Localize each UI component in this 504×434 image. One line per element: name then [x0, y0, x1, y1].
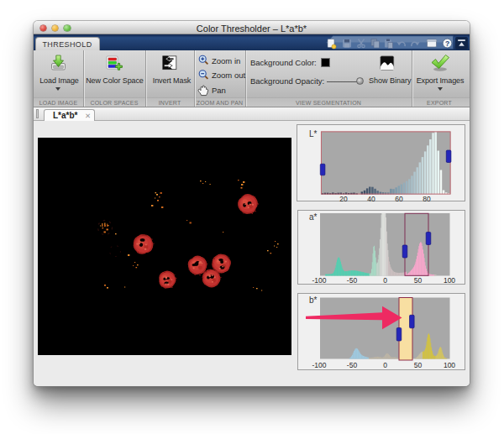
svg-text:a*: a* — [309, 212, 318, 222]
svg-text:50: 50 — [414, 360, 423, 369]
svg-text:b*: b* — [309, 295, 318, 304]
svg-text:100: 100 — [444, 360, 455, 369]
svg-text:-50: -50 — [347, 276, 358, 285]
svg-text:L*: L* — [309, 129, 318, 139]
svg-text:80: 80 — [423, 195, 431, 201]
svg-text:0: 0 — [383, 360, 387, 369]
svg-text:-50: -50 — [347, 360, 358, 369]
svg-text:50: 50 — [414, 276, 423, 285]
svg-text:-100: -100 — [312, 276, 326, 285]
svg-text:-100: -100 — [312, 360, 326, 369]
svg-text:60: 60 — [395, 195, 403, 201]
svg-text:0: 0 — [383, 276, 387, 285]
svg-text:40: 40 — [367, 195, 375, 201]
svg-text:100: 100 — [444, 276, 455, 285]
svg-text:20: 20 — [339, 195, 348, 201]
svg-text:?: ? — [445, 39, 449, 48]
